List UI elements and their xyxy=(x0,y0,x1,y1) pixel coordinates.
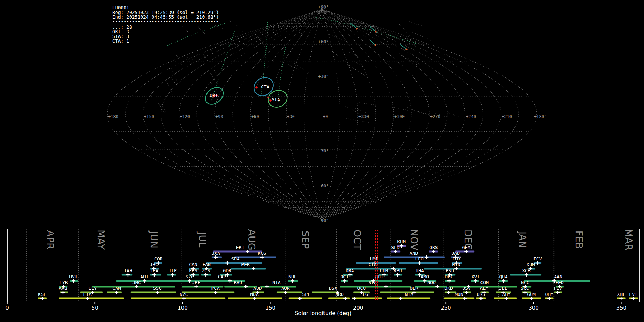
shower-label-ETA: ETA xyxy=(83,292,92,297)
shower-peak-CAP xyxy=(228,279,232,283)
drift-trail xyxy=(333,18,345,30)
drift-trail xyxy=(238,25,243,32)
radiant-label-ORI: ORI xyxy=(210,93,218,98)
shower-bar-ETA xyxy=(59,298,124,299)
drift-trail xyxy=(406,108,428,114)
info-panel: LU0001 Beg: 20251023 19:25:39 (sol = 210… xyxy=(112,5,219,44)
shower-label-CAM: CAM xyxy=(112,286,121,291)
shower-peak-JIP xyxy=(171,273,174,277)
shower-peak-JXA xyxy=(214,255,218,259)
shower-bar-SSG xyxy=(131,292,176,293)
shower-peak-FEV xyxy=(556,291,560,294)
shower-label-SZC: SZC xyxy=(185,274,194,279)
shower-peak-ETA xyxy=(86,297,89,300)
drift-trail xyxy=(402,57,417,65)
shower-label-LUM: LUM xyxy=(380,268,388,273)
shower-label-OHY: OHY xyxy=(545,292,553,297)
drift-trail xyxy=(176,55,186,63)
x-tick-label: 0 xyxy=(5,305,9,311)
shower-peak-STA xyxy=(384,285,388,288)
shower-label-ARD: ARD xyxy=(335,292,344,297)
shower-label-LYR: LYR xyxy=(59,280,68,285)
shower-label-FAN: FAN xyxy=(202,262,210,267)
shower-peak-XVI xyxy=(474,279,477,283)
month-label-SEP: SEP xyxy=(300,231,311,249)
drift-trail xyxy=(161,103,166,112)
shower-bar-ORI xyxy=(354,280,402,282)
shower-label-JEA: JEA xyxy=(150,268,158,273)
shower-peak-SLD xyxy=(394,250,397,253)
shower-label-PAU: PAU xyxy=(234,280,242,285)
x-tick-label: 300 xyxy=(528,305,539,311)
drift-trail xyxy=(258,38,267,49)
month-label-MAR: MAR xyxy=(623,229,634,251)
map-lat-label: -90° xyxy=(318,218,329,223)
current-position-dot xyxy=(375,30,376,32)
shower-peak-NTA xyxy=(399,297,402,300)
shower-label-COM: COM xyxy=(480,280,489,285)
shower-peak-AUR xyxy=(284,291,287,294)
month-label-AUG: AUG xyxy=(246,229,257,250)
drift-trail xyxy=(359,103,379,106)
shower-bar-AUR xyxy=(277,292,302,293)
map-lon-label: +300 xyxy=(394,114,405,119)
shower-peak-OCT xyxy=(343,279,346,283)
shower-label-COR: COR xyxy=(154,256,163,262)
active-drift-trail xyxy=(370,27,376,31)
shower-bar-NZC xyxy=(131,298,225,299)
shower-label-DSX: DSX xyxy=(329,286,337,291)
map-lat-label: +90° xyxy=(318,5,329,10)
shower-peak-HYD xyxy=(454,267,458,270)
drift-trail xyxy=(416,112,430,115)
shower-label-NTA: NTA xyxy=(405,292,414,297)
shower-bar-JMC xyxy=(92,286,175,288)
current-position-dot xyxy=(356,28,357,29)
shower-bar-SPE xyxy=(289,298,322,299)
map-lat-label: +60° xyxy=(318,39,329,44)
shower-label-EHY: EHY xyxy=(452,256,461,262)
drift-trail xyxy=(229,21,238,27)
shower-label-AND: AND xyxy=(410,250,418,256)
shower-bar-PAU xyxy=(224,286,257,288)
shower-label-NDA: NDA xyxy=(250,292,259,297)
shower-peak-DKD xyxy=(447,291,450,294)
shower-bar-KCG xyxy=(234,257,276,258)
map-lon-label: +150 xyxy=(144,114,154,119)
shower-peak-JPE xyxy=(194,285,198,288)
drift-trail xyxy=(176,53,181,65)
drift-trail xyxy=(348,65,366,77)
x-tick-label: 150 xyxy=(265,305,275,311)
shower-label-DKD: DKD xyxy=(444,286,453,291)
drift-trail xyxy=(355,108,369,114)
shower-peak-EVI xyxy=(631,297,635,300)
shower-bar-DSX xyxy=(312,292,339,293)
drift-trail xyxy=(287,26,302,34)
shower-label-SCC: SCC xyxy=(521,286,529,291)
map-lon-label: +330 xyxy=(358,114,369,119)
shower-label-PCA: PCA xyxy=(211,286,220,291)
shower-label-ERI: ERI xyxy=(236,245,244,250)
drift-trail xyxy=(204,54,208,61)
shower-label-ORI: ORI xyxy=(375,274,384,279)
month-label-JUN: JUN xyxy=(148,230,160,248)
drift-trail xyxy=(400,24,410,35)
shower-peak-SZC xyxy=(188,279,191,283)
x-tick-label: 100 xyxy=(177,305,188,311)
drift-trail xyxy=(400,55,420,64)
shower-bar-NTA xyxy=(387,298,430,299)
shower-peak-EGE xyxy=(352,297,356,300)
shower-label-PER: PER xyxy=(241,262,250,267)
shower-peak-NOO xyxy=(435,285,439,288)
drift-trail xyxy=(171,68,178,83)
shower-peak-RPU xyxy=(396,273,400,277)
shower-peak-NDA xyxy=(253,297,256,300)
map-lon-label: +180 xyxy=(108,114,118,119)
x-tick-label: 250 xyxy=(441,305,451,311)
shower-peak-OHY xyxy=(547,297,551,300)
shower-peak-SPE xyxy=(298,297,302,300)
x-axis-title: Solar longitude (deg) xyxy=(295,310,351,317)
drift-trail xyxy=(182,26,189,33)
shower-label-XHE: XHE xyxy=(617,292,625,297)
map-lat-label: +30° xyxy=(318,74,329,79)
month-label-MAY: MAY xyxy=(96,230,107,250)
